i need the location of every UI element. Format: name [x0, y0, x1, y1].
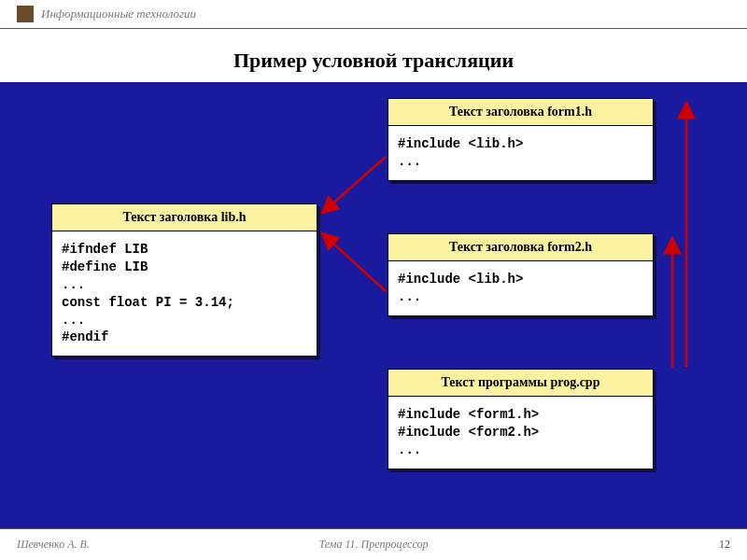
page-header: Информационные технологии: [0, 0, 747, 28]
box-lib: Текст заголовка lib.h #ifndef LIB #defin…: [51, 203, 317, 357]
footer-author: Шевченко А. В.: [17, 538, 90, 552]
arrow-form1-to-lib: [322, 157, 386, 213]
box-form1-header: Текст заголовка form1.h: [388, 99, 653, 126]
arrow-form2-to-lib: [322, 233, 386, 291]
box-lib-header: Текст заголовка lib.h: [52, 204, 317, 231]
box-form2: Текст заголовка form2.h #include <lib.h>…: [388, 233, 654, 316]
footer-topic: Тема 11. Препроцессор: [319, 538, 429, 552]
box-form2-code: #include <lib.h> ...: [388, 261, 653, 315]
header-divider: [0, 28, 747, 29]
slide-area: Пример условной трансляции Текст заголов…: [0, 37, 747, 528]
box-form2-header: Текст заголовка form2.h: [388, 234, 653, 261]
box-prog: Текст программы prog.cpp #include <form1…: [388, 369, 654, 469]
box-prog-header: Текст программы prog.cpp: [388, 370, 653, 397]
header-subject: Информационные технологии: [41, 7, 196, 21]
footer-page: 12: [719, 538, 730, 552]
box-form1: Текст заголовка form1.h #include <lib.h>…: [388, 98, 654, 181]
box-prog-code: #include <form1.h> #include <form2.h> ..…: [388, 397, 653, 469]
slide-title: Пример условной трансляции: [0, 45, 747, 80]
box-lib-code: #ifndef LIB #define LIB ... const float …: [52, 231, 317, 356]
box-form1-code: #include <lib.h> ...: [388, 126, 653, 180]
brick-icon: [17, 6, 34, 22]
page-footer: Шевченко А. В. Тема 11. Препроцессор 12: [0, 528, 747, 560]
